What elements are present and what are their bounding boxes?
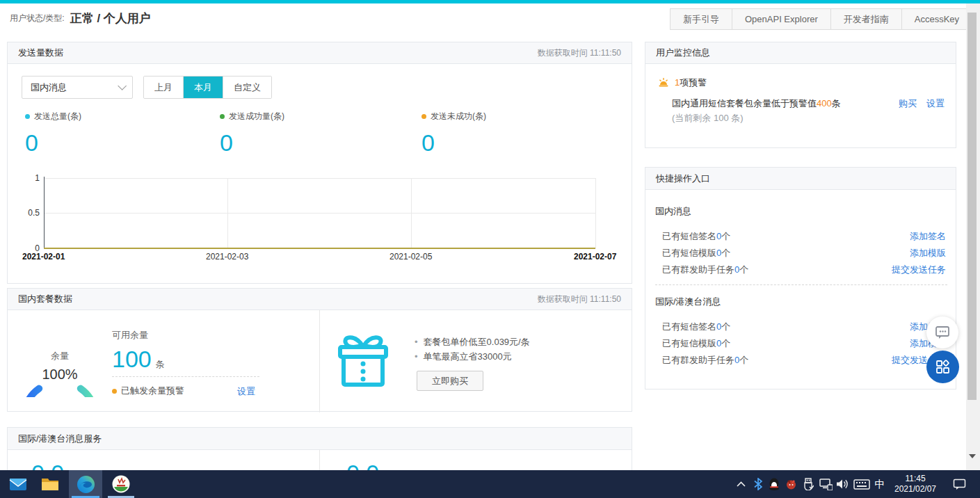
domestic-package-fetch-time: 数据获取时间 11:11:50 [538, 294, 621, 305]
quick-row-batch-intl: 已有群发助手任务0个 提交发送任务 [662, 354, 946, 367]
row-label: 已有短信签名 [662, 231, 716, 241]
domestic-package-panel-header: 国内套餐数据 数据获取时间 11:11:50 [8, 289, 632, 310]
header-button-group: 新手引导 OpenAPI Explorer 开发者指南 AccessKey [670, 8, 972, 30]
gift-box-icon [336, 332, 390, 387]
tray-bluetooth-icon[interactable] [750, 470, 766, 498]
tab-this-month[interactable]: 本月 [183, 77, 223, 98]
add-template-link[interactable]: 添加模版 [910, 247, 946, 259]
tray-usb-icon[interactable] [799, 470, 817, 498]
row-label: 已有短信模版 [662, 248, 716, 258]
tray-chevron-up-icon[interactable] [732, 470, 750, 498]
scrollbar-thumb[interactable] [967, 13, 977, 400]
feedback-chat-button[interactable] [926, 316, 958, 348]
submit-task-link[interactable]: 提交发送任务 [892, 264, 946, 276]
top-accent-strip [0, 0, 980, 3]
quick-actions-panel: 快捷操作入口 国内消息 已有短信签名0个 添加签名 已有短信模版0个 添加模版 … [645, 167, 956, 389]
alert-message: 国内通用短信套餐包余量低于预警值400条 [672, 97, 841, 110]
intl-partial-value-right: 0.0 [346, 461, 379, 470]
promo-bullet-save: 单笔最高立省33000元 [415, 351, 512, 363]
accesskey-button[interactable]: AccessKey [902, 8, 972, 30]
stat-total-sent: 发送总量(条) 0 [25, 111, 192, 156]
stat-failed-value: 0 [421, 129, 588, 156]
intl-service-panel-header: 国际/港澳台消息服务 [8, 428, 632, 450]
quick-group-intl: 国际/港澳台消息 [655, 296, 721, 308]
x-tick-0201: 2021-02-01 [22, 252, 65, 262]
stat-success-value: 0 [220, 129, 387, 156]
windows-taskbar: 中 11:45 2021/02/07 [0, 470, 980, 498]
tab-custom[interactable]: 自定义 [223, 77, 271, 98]
dashed-separator [112, 376, 259, 377]
panel-divider [319, 310, 320, 412]
app-logo-icon [112, 475, 130, 493]
tray-qq-icon[interactable] [765, 470, 783, 498]
panel-divider [319, 450, 320, 470]
row-suffix: 个 [721, 231, 730, 241]
send-volume-panel-title: 发送量数据 [18, 47, 63, 59]
x-tick-0207: 2021-02-07 [574, 252, 616, 262]
message-type-dropdown-value: 国内消息 [31, 81, 67, 94]
alert-message-prefix: 国内通用短信套餐包余量低于预警值 [672, 98, 817, 109]
cyan-dot-icon [25, 114, 30, 119]
gridline [44, 178, 595, 179]
tray-ime-indicator[interactable]: 中 [869, 470, 890, 498]
message-type-dropdown[interactable]: 国内消息 [22, 76, 133, 99]
user-monitor-panel: 用户监控信息 1项预警 国内通用短信套餐包余量低于预警值400条 (当前剩余 1… [645, 42, 956, 148]
taskbar-clock[interactable]: 11:45 2021/02/07 [892, 470, 938, 498]
period-tabs: 上月 本月 自定义 [143, 76, 272, 99]
row-suffix: 个 [721, 321, 730, 332]
stat-failed: 发送未成功(条) 0 [421, 111, 588, 156]
developer-guide-button[interactable]: 开发者指南 [831, 8, 902, 30]
balance-warning-row: 已触发余量预警 [112, 385, 184, 397]
taskbar-file-explorer-button[interactable] [35, 470, 65, 498]
dashed-separator [655, 284, 947, 285]
row-label: 已有短信签名 [662, 321, 716, 332]
taskbar-edge-button[interactable] [69, 470, 102, 498]
add-signature-link[interactable]: 添加签名 [910, 230, 946, 243]
alert-summary-row: 1项预警 [658, 76, 707, 89]
alert-threshold-value: 400 [817, 98, 832, 109]
action-center-button[interactable] [947, 470, 971, 498]
beginner-guide-button[interactable]: 新手引导 [670, 8, 732, 30]
tray-network-icon[interactable] [816, 470, 835, 498]
quick-row-signature-intl: 已有短信签名0个 添加签名 [662, 321, 946, 333]
tab-last-month[interactable]: 上月 [144, 77, 183, 98]
row-suffix: 个 [739, 355, 748, 365]
taskbar-app-button[interactable] [106, 470, 136, 498]
balance-warning-label: 已触发余量预警 [121, 385, 184, 397]
intl-service-panel-title: 国际/港澳台消息服务 [18, 433, 102, 445]
user-monitor-panel-title: 用户监控信息 [656, 47, 710, 59]
row-label: 已有群发助手任务 [662, 264, 734, 275]
stat-success: 发送成功量(条) 0 [220, 111, 387, 156]
alert-settings-link[interactable]: 设置 [926, 97, 945, 110]
tray-volume-icon[interactable] [833, 470, 851, 498]
promo-bullet-price-text: 套餐包单价低至0.039元/条 [424, 337, 530, 347]
send-volume-panel: 发送量数据 数据获取时间 11:11:50 国内消息 上月 本月 自定义 发送总… [7, 42, 632, 284]
scrollbar-down-arrow[interactable] [969, 454, 976, 458]
x-tick-0205: 2021-02-05 [389, 252, 432, 262]
x-tick-0203: 2021-02-03 [206, 252, 248, 262]
quick-row-template-domestic: 已有短信模版0个 添加模版 [662, 247, 946, 259]
green-dot-icon [220, 114, 225, 119]
quick-row-signature-domestic: 已有短信签名0个 添加签名 [662, 230, 946, 243]
buy-now-button[interactable]: 立即购买 [417, 371, 483, 391]
sms-console-screen: 用户状态/类型: 正常 / 个人用户 新手引导 OpenAPI Explorer… [0, 0, 980, 498]
gauge-value: 100% [18, 367, 102, 383]
quick-actions-panel-header: 快捷操作入口 [645, 168, 956, 190]
widget-apps-button[interactable] [926, 351, 959, 383]
openapi-explorer-button[interactable]: OpenAPI Explorer [732, 8, 831, 30]
alert-remaining-note: (当前剩余 100 条) [672, 112, 744, 124]
alert-buy-link[interactable]: 购买 [899, 97, 917, 110]
stat-total-sent-value: 0 [25, 129, 192, 156]
page-scrollbar[interactable] [966, 3, 980, 470]
gauge-center-text: 余量 100% [18, 350, 102, 383]
available-balance-unit: 条 [156, 359, 165, 369]
file-explorer-icon [41, 476, 59, 492]
gridline [44, 213, 595, 214]
domestic-package-panel: 国内套餐数据 数据获取时间 11:11:50 余量 100% 可用余量 100条 [7, 288, 632, 412]
y-axis-line [44, 177, 45, 249]
user-status-value: 正常 / 个人用户 [70, 10, 151, 26]
stat-failed-label: 发送未成功(条) [431, 111, 486, 122]
tray-red-app-icon[interactable] [782, 470, 800, 498]
warning-settings-link[interactable]: 设置 [237, 385, 255, 398]
taskbar-mail-button[interactable] [3, 470, 33, 498]
